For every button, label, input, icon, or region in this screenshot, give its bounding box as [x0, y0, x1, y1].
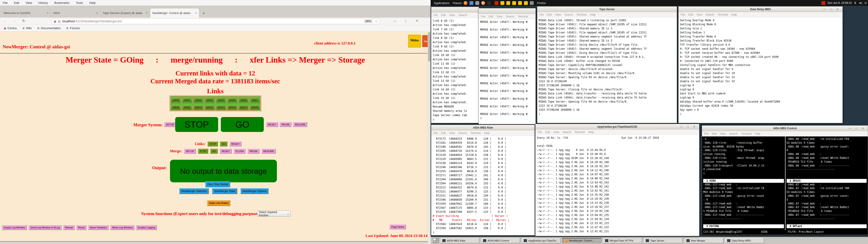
- links-row-button[interactable]: GO: [220, 142, 227, 146]
- merger-stop-button[interactable]: STOP: [175, 117, 218, 132]
- terminal-menu-item[interactable]: Search: [563, 130, 571, 134]
- menu-item[interactable]: Tools: [76, 1, 83, 4]
- places-menu[interactable]: Places: [453, 1, 462, 5]
- back-icon[interactable]: ←: [3, 19, 7, 23]
- notification-icon[interactable]: [822, 1, 825, 5]
- terminal-menu-item[interactable]: File: [539, 13, 544, 16]
- terminal-menu-item[interactable]: Terminal: [470, 131, 480, 135]
- bookmark-forums[interactable]: ⊕Forums: [66, 26, 80, 30]
- volume-icon[interactable]: ◄): [859, 1, 862, 4]
- aida-link-button[interactable]: aida5: [227, 96, 238, 103]
- browser-tab[interactable]: Tape Service (Expert) @ aidas×: [100, 8, 150, 18]
- window-controls[interactable]: — □ ✕: [848, 126, 866, 131]
- menu-item[interactable]: Edit: [14, 1, 19, 4]
- terminal-menu-item[interactable]: Help: [755, 132, 761, 135]
- terminal-menu-item[interactable]: Search: [506, 15, 515, 18]
- merge-row-button[interactable]: RESET: [220, 149, 232, 154]
- terminal-menu-item[interactable]: Terminal: [518, 15, 528, 18]
- zero-time-stamp-button[interactable]: Zero Time Stamp: [205, 181, 230, 187]
- page-info-icon[interactable]: ▤: [58, 20, 61, 23]
- menu-item[interactable]: History: [38, 1, 48, 4]
- merger-extra-button[interactable]: RESET: [266, 122, 278, 127]
- utility-button[interactable]: Empty Log Window: [2, 225, 27, 230]
- menu-item[interactable]: View: [26, 1, 32, 4]
- merger-go-button[interactable]: GO: [221, 117, 264, 132]
- terminal-menu-item[interactable]: Search: [458, 13, 467, 17]
- browser-tab[interactable]: Welcome to CentOS×: [1, 8, 51, 18]
- menu-item[interactable]: File: [3, 1, 8, 4]
- aida-link-button[interactable]: aida9: [182, 104, 192, 110]
- terminal-menu-item[interactable]: Edit: [441, 131, 446, 135]
- npg-tapedata-terminal[interactable]: npg@aidas-gsi:/TapeData/S181— □ ✕ FileEd…: [535, 124, 700, 236]
- taskbar-button[interactable]: Merger/Tape HTTPd: [603, 238, 642, 243]
- terminal-menu-item[interactable]: View: [553, 130, 559, 134]
- taskbar-button[interactable]: AIDA MBS Rate: [440, 238, 479, 243]
- terminal-menu-item[interactable]: View: [497, 15, 502, 18]
- firefox-icon[interactable]: [464, 1, 467, 5]
- aida-link-button[interactable]: aida1: [182, 96, 192, 103]
- utility-button[interactable]: Reset: [76, 225, 86, 230]
- pocket-icon[interactable]: ⌵: [393, 19, 396, 23]
- menu-item[interactable]: Help: [89, 1, 96, 4]
- terminal-menu-item[interactable]: View: [449, 131, 455, 135]
- terminal-titlebar[interactable]: AIDA MBS Control— □ ✕: [702, 126, 868, 131]
- links-row-button[interactable]: RESET: [229, 142, 241, 146]
- aida-link-button[interactable]: aida15: [250, 104, 260, 110]
- midas-icon-2[interactable]: [506, 1, 510, 5]
- links-row-button[interactable]: STOP: [208, 142, 218, 146]
- terminal-menu-item[interactable]: Edit: [441, 13, 446, 17]
- tab-close-icon[interactable]: ×: [195, 11, 197, 15]
- taskbar-button[interactable]: AIDA MBS Control: [481, 238, 520, 243]
- archive-icon[interactable]: [530, 1, 534, 5]
- window-controls[interactable]: — □ ✕: [823, 6, 840, 12]
- tape-server-terminal[interactable]: Tape Server FileEditViewSearchTerminalHe…: [537, 6, 677, 123]
- terminal-titlebar[interactable]: Data Relay MBS— □ ✕: [679, 6, 842, 12]
- aida-link-button[interactable]: aida11: [204, 104, 215, 110]
- terminal-menu-item[interactable]: Help: [588, 130, 594, 134]
- aida-link-button[interactable]: aida0: [170, 96, 181, 103]
- aida-link-button[interactable]: aida7: [250, 96, 260, 103]
- applications-menu[interactable]: Applications: [434, 1, 450, 5]
- terminal-menu-item[interactable]: Search: [706, 13, 714, 16]
- merge-row-button[interactable]: PAUSE: [248, 149, 259, 154]
- clock[interactable]: Sun Jun 9, 23:58:23: [828, 1, 852, 4]
- merge-row-button[interactable]: SETUP: [184, 149, 196, 154]
- tab-close-icon[interactable]: ×: [46, 11, 49, 15]
- browser-tab[interactable]: NewMerger: Control @ aidas-×: [150, 8, 199, 18]
- terminal-menu-item[interactable]: View: [696, 13, 702, 16]
- terminal-menu-item[interactable]: File: [433, 13, 438, 17]
- terminal-menu-item[interactable]: Search: [564, 13, 573, 16]
- terminal-menu-item[interactable]: Search: [458, 131, 467, 135]
- data-link-rates-button[interactable]: Data Link Rates: [207, 200, 230, 206]
- app-icon[interactable]: [481, 1, 485, 5]
- download-icon[interactable]: ↓: [405, 19, 406, 23]
- terminal-menu-item[interactable]: Help: [590, 13, 596, 16]
- terminal-menu-item[interactable]: Help: [484, 131, 490, 135]
- bookmark-star-icon[interactable]: ☆: [375, 20, 378, 23]
- page-notes-button[interactable]: Page Notes: [390, 224, 406, 229]
- aida-mbs-rate-terminal[interactable]: AIDA MBS Rate FileEditViewSearchTerminal…: [431, 125, 535, 236]
- terminal-menu-item[interactable]: Terminal: [575, 130, 585, 134]
- bookmark-wiki[interactable]: ⊕Wiki: [22, 26, 32, 30]
- screenshot-icon[interactable]: [475, 1, 479, 5]
- midas-icon-5[interactable]: [524, 1, 528, 5]
- aida-link-button[interactable]: aida8: [170, 104, 181, 110]
- shield-icon[interactable]: ▣: [54, 20, 56, 23]
- midas-red-icon[interactable]: [495, 1, 498, 5]
- taskbar-button[interactable]: Tape Server: [644, 238, 683, 243]
- terminal-menu-item[interactable]: View: [449, 13, 455, 17]
- utility-button[interactable]: Show Variables: [88, 225, 109, 230]
- forward-icon[interactable]: →: [13, 19, 16, 23]
- menu-item[interactable]: Bookmarks: [54, 1, 70, 4]
- terminal-titlebar[interactable]: AIDA MBS Rate: [431, 125, 535, 130]
- merge-row-button[interactable]: GO: [210, 149, 218, 154]
- aida-link-button[interactable]: aida4: [216, 96, 226, 103]
- window-controls[interactable]: — □ ✕: [680, 124, 697, 129]
- terminal-titlebar[interactable]: [431, 7, 479, 12]
- midas-icon-1[interactable]: [500, 1, 504, 5]
- aida-link-button[interactable]: aida6: [238, 96, 249, 103]
- newmerger-link-button[interactable]: NewMerger Statistics: [179, 188, 209, 194]
- taskbar-button[interactable]: New Merger: [685, 238, 723, 243]
- terminal-icon[interactable]: [487, 1, 491, 5]
- url-bar[interactable]: ▣ ▤ localhost:8115/NewMerger/NewMerger.t…: [52, 18, 380, 24]
